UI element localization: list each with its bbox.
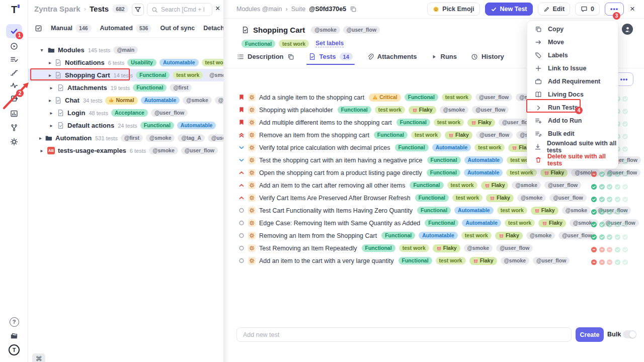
rail-item-analytics[interactable]	[6, 107, 22, 121]
badge-functional: Functional	[362, 244, 395, 252]
expand-chevron[interactable]: ▸	[49, 85, 54, 90]
project-name[interactable]: Zyntra Spark	[34, 5, 80, 13]
menu-item-download-suite-with-all-tests[interactable]: Download suite with all tests	[527, 140, 618, 153]
tab-tests[interactable]: Tests14	[308, 53, 353, 65]
menu-item-living-docs[interactable]: Living Docs	[527, 88, 618, 101]
expand-chevron[interactable]: ▸	[49, 98, 51, 103]
menu-item-link-to-issue[interactable]: Link to Issue	[527, 62, 618, 75]
test-row-add-an-item-to-the-cart-with-a-very-larg[interactable]: Add an item to the cart with a very larg…	[223, 254, 644, 267]
tree-tab-manual[interactable]: Manual146	[51, 24, 92, 33]
menu-item-run-tests[interactable]: Run Tests	[527, 101, 618, 114]
rail-item-milestones[interactable]	[6, 65, 22, 79]
test-row-test-removing-an-item-repeatedly[interactable]: Test Removing an Item RepeatedlyFunction…	[223, 242, 644, 254]
tree-item-tests-usage-examples[interactable]: ▸ABtests-usage-examples6 tests@smoke@use…	[28, 144, 223, 157]
run-history-dots	[591, 195, 628, 204]
menu-item-bulk-edit[interactable]: Bulk edit	[527, 127, 618, 140]
automation-burst-icon	[248, 131, 256, 139]
tree-item-notifications[interactable]: ▸Notifications6 testsUsabilityAutomatabl…	[28, 56, 223, 69]
test-row-edge-case-removing-item-with-same-quanti[interactable]: Edge Case: Removing Item with Same Quant…	[223, 217, 644, 229]
add-test-input[interactable]	[236, 327, 572, 342]
test-title: Add multiple different items to the shop…	[259, 119, 392, 126]
new-test-button[interactable]: New Test	[485, 3, 533, 16]
menu-item-labels[interactable]: Labels	[527, 49, 618, 62]
badge-functional: Functional	[136, 71, 170, 79]
tree-item-automation[interactable]: ▸Automation531 tests@first@smoke@tag_A@u…	[28, 132, 223, 144]
tree-item-attachments[interactable]: ▸Attachments19 testsFunctional@first	[28, 81, 223, 94]
rail-item-tests[interactable]	[6, 24, 22, 38]
bulk-toggle[interactable]	[623, 330, 636, 338]
popcorn-icon	[542, 220, 547, 226]
badge-user-flow: @user_flow	[208, 134, 223, 142]
tab-history[interactable]: History	[471, 53, 504, 65]
badge-flaky: Flaky	[469, 257, 497, 265]
tree-tab-detached[interactable]: Detached	[203, 25, 223, 32]
expand-chevron[interactable]: ▸	[49, 72, 51, 78]
filter-button[interactable]	[132, 4, 144, 16]
rail-item-logo[interactable]: T	[6, 3, 22, 17]
menu-item-move[interactable]: Move	[527, 36, 618, 49]
avatar[interactable]	[622, 24, 633, 35]
badge-test-work: test work	[447, 182, 477, 190]
search-box[interactable]	[147, 3, 212, 16]
rail-item-settings[interactable]	[6, 135, 22, 149]
select-tests-icon[interactable]	[35, 25, 42, 32]
search-input[interactable]	[161, 6, 204, 13]
close-icon[interactable]: ×	[630, 4, 635, 14]
test-row-test-cart-functionality-with-items-havin[interactable]: Test Cart Functionality with Items Havin…	[223, 204, 644, 217]
suite-tags: @smoke@user_flow	[311, 26, 380, 34]
menu-item-add-to-run[interactable]: Add to Run	[527, 114, 618, 127]
copy-suite-id-icon[interactable]	[350, 6, 357, 13]
popcorn-icon	[512, 145, 517, 150]
expand-chevron[interactable]: ▸	[49, 110, 54, 116]
expand-chevron[interactable]: ▾	[39, 47, 44, 53]
run-status-pass	[622, 132, 628, 141]
tree-tab-out-of-sync[interactable]: Out of sync	[160, 25, 195, 32]
badge-flaky: Flaky	[486, 194, 514, 202]
run-status-fail	[591, 245, 597, 254]
rail-item-runs[interactable]	[6, 39, 22, 53]
tab-runs[interactable]: Runs	[431, 53, 457, 65]
breadcrumb-parent[interactable]: Modules @main	[236, 6, 282, 13]
test-row-removing-an-item-from-the-shopping-cart[interactable]: Removing an Item from the Shopping CartF…	[223, 229, 644, 242]
search-clear-icon[interactable]: ×	[215, 4, 220, 13]
priority-low-icon	[238, 144, 245, 151]
create-button[interactable]: Create	[576, 327, 604, 342]
rail-item-shared-steps[interactable]	[6, 92, 22, 106]
run-history-dots	[591, 233, 628, 242]
tree-item-default-actions[interactable]: ▸Default actions24 testsFunctionalAutoma…	[28, 119, 223, 132]
rail-item-profile[interactable]: T	[6, 343, 22, 357]
test-row-verify-cart-items-are-preserved-after-br[interactable]: Verify Cart Items Are Preserved After Br…	[223, 192, 644, 204]
expand-chevron[interactable]: ▸	[39, 148, 44, 153]
set-labels-link[interactable]: Set labels	[315, 40, 344, 47]
menu-item-add-requirement[interactable]: Add Requirement	[527, 75, 618, 88]
expand-chevron[interactable]: ▸	[49, 60, 51, 65]
tree-tab-automated[interactable]: Automated536	[100, 24, 152, 33]
rail-item-results[interactable]	[6, 52, 22, 66]
tree-item-shopping-cart[interactable]: ▸Shopping Cart14 testsFunctionaltest wor…	[28, 69, 223, 81]
tree-item-modules[interactable]: ▾Modules145 tests@main	[28, 44, 223, 56]
expand-chevron[interactable]: ▸	[49, 123, 54, 128]
rail-item-activity[interactable]	[6, 78, 22, 93]
menu-item-delete-suite-with-all-tests[interactable]: Delete suite with all tests	[527, 153, 618, 166]
menu-item-copy[interactable]: Copy	[527, 23, 618, 36]
tree-item-chat[interactable]: ▸Chat34 testsNormalAutomatable@smoke@use…	[28, 94, 223, 107]
rail-item-help[interactable]: ?	[6, 315, 22, 329]
rail-item-projects[interactable]	[6, 329, 22, 343]
tree-item-login[interactable]: ▸Login48 testsAcceptance@user_flow	[28, 107, 223, 119]
test-row-add-an-item-to-the-cart-after-removing-a[interactable]: Add an item to the cart after removing a…	[223, 179, 644, 192]
pick-emoji-button[interactable]: Pick Emoji	[427, 3, 479, 16]
rail-item-traceability[interactable]	[6, 121, 22, 135]
edit-button[interactable]: Edit	[538, 3, 571, 16]
tab-attachments[interactable]: Attachments	[367, 53, 417, 65]
tab-description[interactable]: Description	[237, 53, 294, 65]
badge-user-flow: @user_flow	[558, 232, 595, 240]
comments-button[interactable]: 0	[575, 3, 600, 16]
doc-icon	[57, 109, 64, 117]
more-actions-button[interactable]: •••	[605, 3, 624, 16]
icon-rail: T?T	[0, 0, 28, 362]
copy-icon[interactable]	[287, 53, 294, 60]
run-status-pass	[622, 107, 628, 116]
tree-panel: Zyntra Spark › Tests 682 × Manual146Auto…	[28, 0, 223, 362]
dots-icon: •••	[610, 6, 618, 13]
expand-chevron[interactable]: ▸	[39, 135, 42, 141]
